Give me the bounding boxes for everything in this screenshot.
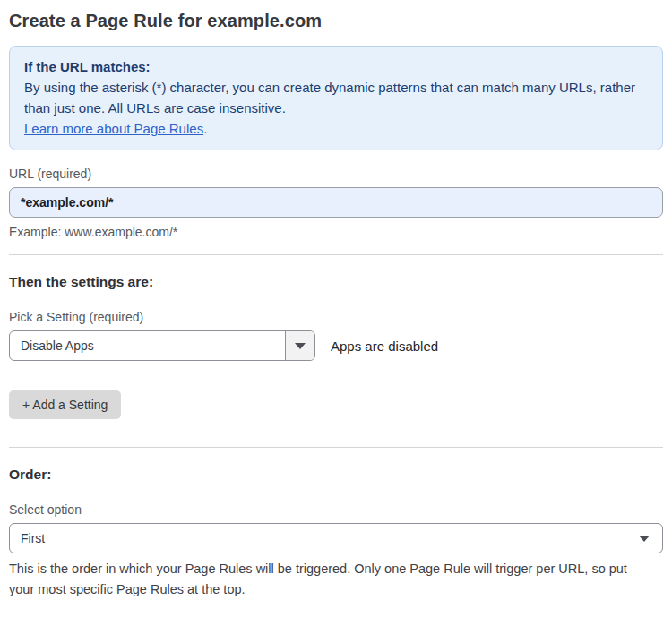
setting-select-value: Disable Apps bbox=[10, 331, 285, 360]
url-label: URL (required) bbox=[9, 167, 663, 181]
divider bbox=[9, 254, 663, 255]
learn-more-link[interactable]: Learn more about Page Rules bbox=[24, 121, 203, 136]
order-select-value: First bbox=[10, 524, 639, 553]
setting-select-arrow-button[interactable] bbox=[285, 331, 314, 360]
info-box-body: By using the asterisk (*) character, you… bbox=[24, 77, 648, 118]
pick-setting-label: Pick a Setting (required) bbox=[9, 310, 663, 324]
divider bbox=[9, 613, 663, 613]
order-help-text: This is the order in which your Page Rul… bbox=[9, 559, 654, 600]
settings-heading: Then the settings are: bbox=[9, 274, 663, 290]
create-page-rule-panel: Create a Page Rule for example.com If th… bbox=[0, 0, 672, 617]
url-example-hint: Example: www.example.com/* bbox=[9, 223, 663, 242]
setting-select[interactable]: Disable Apps bbox=[9, 330, 315, 361]
chevron-down-icon bbox=[295, 343, 306, 349]
add-setting-button[interactable]: + Add a Setting bbox=[9, 390, 121, 419]
order-heading: Order: bbox=[9, 467, 663, 483]
order-select-arrow bbox=[639, 524, 662, 553]
info-box-link-line: Learn more about Page Rules. bbox=[24, 118, 648, 139]
link-period: . bbox=[203, 121, 207, 136]
setting-status-text: Apps are disabled bbox=[331, 338, 438, 354]
url-input[interactable] bbox=[9, 187, 663, 218]
info-box-heading: If the URL matches: bbox=[24, 56, 648, 77]
order-select[interactable]: First bbox=[9, 523, 663, 553]
setting-row: Disable Apps Apps are disabled bbox=[9, 330, 663, 361]
chevron-down-icon bbox=[639, 536, 650, 542]
page-title: Create a Page Rule for example.com bbox=[9, 11, 663, 31]
order-select-label: Select option bbox=[9, 502, 663, 517]
url-match-info-box: If the URL matches: By using the asteris… bbox=[9, 46, 663, 150]
divider bbox=[9, 447, 663, 448]
